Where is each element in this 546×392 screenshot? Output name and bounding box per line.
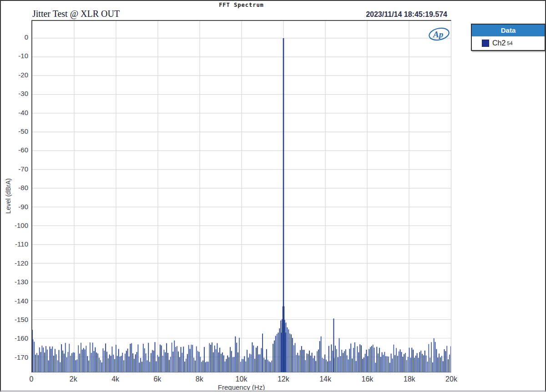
y-tick-label: -90 — [1, 203, 28, 211]
timestamp: 2023/11/14 18:45:19.574 — [366, 10, 447, 19]
y-tick-label: 0 — [1, 33, 28, 41]
legend-item-sublabel: 54 — [507, 40, 512, 46]
x-tick-label: 16k — [354, 375, 380, 383]
legend-item[interactable]: Ch2 54 — [472, 36, 545, 50]
audio-precision-logo-icon: Ap — [427, 26, 451, 44]
y-tick-label: -80 — [1, 184, 28, 192]
y-tick-label: -40 — [1, 109, 28, 117]
x-tick-label: 2k — [61, 375, 86, 383]
y-tick-label: -70 — [1, 165, 28, 173]
x-tick-label: 10k — [229, 375, 254, 383]
legend-swatch-ch2 — [482, 40, 489, 47]
legend-header: Data — [472, 25, 545, 36]
y-tick-label: -50 — [1, 127, 28, 136]
y-tick-label: -10 — [1, 52, 28, 60]
x-tick-label: 4k — [103, 375, 128, 383]
y-tick-label: -30 — [1, 90, 28, 98]
y-tick-label: -150 — [1, 316, 28, 324]
x-tick-label: 18k — [397, 375, 422, 383]
y-tick-label: -120 — [1, 259, 28, 267]
chart-title: FFT Spectrum — [31, 2, 451, 8]
y-tick-label: -170 — [1, 353, 28, 362]
test-label: Jitter Test @ XLR OUT — [32, 9, 120, 19]
plot-area — [31, 20, 451, 372]
y-tick-label: -100 — [1, 221, 28, 230]
y-tick-label: -110 — [1, 240, 28, 248]
x-tick-label: 12k — [271, 375, 296, 383]
svg-text:Ap: Ap — [433, 30, 443, 39]
x-tick-label: 8k — [187, 375, 212, 383]
x-tick-label: 20k — [439, 375, 464, 383]
spectrum-trace — [32, 21, 451, 372]
legend-box[interactable]: Data Ch2 54 — [471, 24, 546, 51]
y-tick-label: -20 — [1, 71, 28, 79]
y-tick-label: -160 — [1, 334, 28, 342]
legend-item-label: Ch2 — [492, 39, 506, 47]
y-tick-label: -130 — [1, 278, 28, 286]
y-tick-label: -60 — [1, 146, 28, 154]
x-tick-label: 14k — [313, 375, 338, 383]
x-tick-label: 0 — [19, 375, 44, 383]
x-tick-label: 6k — [145, 375, 170, 383]
y-tick-label: -140 — [1, 297, 28, 305]
fft-spectrum-window: FFT Spectrum Jitter Test @ XLR OUT 2023/… — [0, 0, 546, 392]
x-axis-title: Frequency (Hz) — [31, 383, 451, 391]
